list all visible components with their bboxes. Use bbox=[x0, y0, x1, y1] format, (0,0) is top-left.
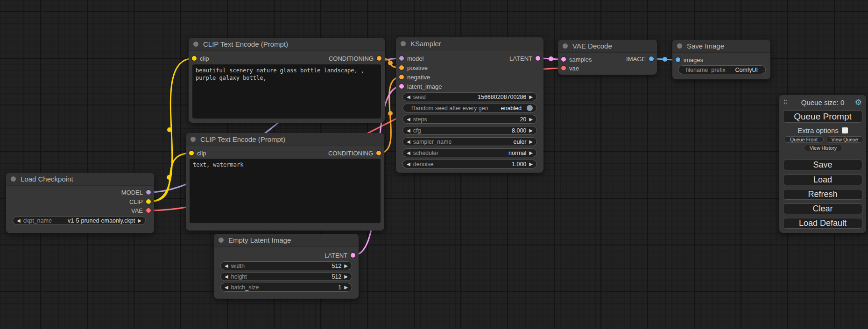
collapse-dot-icon[interactable] bbox=[677, 43, 682, 49]
toggle-knob[interactable] bbox=[527, 105, 533, 111]
input-label: samples bbox=[569, 56, 592, 63]
view-queue-button[interactable]: View Queue bbox=[826, 136, 863, 143]
ckpt-name-widget[interactable]: ◀ ckpt_name v1-5-pruned-emaonly.ckpt ▶ bbox=[13, 216, 146, 225]
output-socket-clip[interactable] bbox=[146, 199, 151, 204]
drag-handle-icon[interactable] bbox=[783, 99, 787, 105]
node-title-bar[interactable]: Load Checkpoint bbox=[6, 173, 154, 186]
node-clip-text-encode-positive[interactable]: CLIP Text Encode (Prompt) clip CONDITION… bbox=[189, 38, 385, 123]
widget-value: ComfyUI bbox=[735, 67, 758, 73]
collapse-dot-icon[interactable] bbox=[193, 42, 198, 47]
widget-label: Random seed after every gen bbox=[411, 105, 488, 112]
collapse-dot-icon[interactable] bbox=[219, 238, 224, 243]
increment-arrow-icon[interactable]: ▶ bbox=[344, 264, 348, 268]
node-ksampler[interactable]: KSampler model positive negative latent_… bbox=[396, 37, 543, 173]
node-title-bar[interactable]: KSampler bbox=[396, 37, 543, 50]
seed-widget[interactable]: ◀ seed 156680208700286 ▶ bbox=[402, 92, 537, 101]
load-button[interactable]: Load bbox=[783, 175, 862, 185]
width-widget[interactable]: ◀ width 512 ▶ bbox=[220, 261, 352, 270]
decrement-arrow-icon[interactable]: ◀ bbox=[225, 264, 228, 268]
gear-icon[interactable]: ⚙ bbox=[855, 98, 862, 107]
input-socket-images[interactable] bbox=[676, 57, 680, 62]
decrement-arrow-icon[interactable]: ◀ bbox=[407, 140, 410, 144]
output-socket-model[interactable] bbox=[146, 190, 151, 195]
node-title: Empty Latent Image bbox=[228, 236, 291, 244]
node-graph-canvas[interactable]: Load Checkpoint MODEL CLIP VAE ◀ ckpt_na… bbox=[0, 0, 868, 329]
input-socket-clip[interactable] bbox=[189, 151, 194, 155]
collapse-dot-icon[interactable] bbox=[401, 41, 406, 46]
extra-options-label: Extra options bbox=[797, 126, 839, 134]
input-socket-negative[interactable] bbox=[399, 75, 404, 79]
node-clip-text-encode-negative[interactable]: CLIP Text Encode (Prompt) clip CONDITION… bbox=[186, 133, 384, 231]
height-widget[interactable]: ◀ height 512 ▶ bbox=[220, 272, 352, 281]
decrement-arrow-icon[interactable]: ◀ bbox=[225, 274, 228, 279]
node-title-bar[interactable]: CLIP Text Encode (Prompt) bbox=[189, 38, 385, 51]
link-midpoint-dot bbox=[167, 127, 172, 132]
decrement-arrow-icon[interactable]: ◀ bbox=[407, 117, 410, 122]
view-history-button[interactable]: View History bbox=[804, 145, 843, 151]
scheduler-widget[interactable]: ◀ scheduler normal ▶ bbox=[402, 148, 537, 157]
node-save-image[interactable]: Save Image images filename_prefix ComfyU… bbox=[672, 40, 770, 79]
input-socket-samples[interactable] bbox=[561, 57, 566, 62]
steps-widget[interactable]: ◀ steps 20 ▶ bbox=[402, 115, 537, 124]
clear-button[interactable]: Clear bbox=[783, 203, 862, 214]
output-socket-image[interactable] bbox=[649, 56, 654, 61]
queue-panel[interactable]: Queue size: 0 ⚙ Queue Prompt Extra optio… bbox=[779, 95, 866, 233]
batch-size-widget[interactable]: ◀ batch_size 1 ▶ bbox=[220, 283, 352, 292]
node-load-checkpoint[interactable]: Load Checkpoint MODEL CLIP VAE ◀ ckpt_na… bbox=[6, 173, 154, 233]
decrement-arrow-icon[interactable]: ◀ bbox=[407, 151, 410, 155]
input-socket-clip[interactable] bbox=[192, 56, 197, 61]
collapse-dot-icon[interactable] bbox=[563, 43, 568, 49]
node-title-bar[interactable]: CLIP Text Encode (Prompt) bbox=[186, 133, 384, 146]
random-seed-toggle-widget[interactable]: Random seed after every gen enabled bbox=[402, 104, 537, 112]
decrement-arrow-icon[interactable]: ◀ bbox=[407, 95, 410, 99]
load-default-button[interactable]: Load Default bbox=[783, 218, 862, 229]
save-button[interactable]: Save bbox=[783, 160, 862, 170]
output-socket-vae[interactable] bbox=[146, 208, 151, 213]
cfg-widget[interactable]: ◀ cfg 8.000 ▶ bbox=[402, 126, 537, 135]
sampler-name-widget[interactable]: ◀ sampler_name euler ▶ bbox=[402, 137, 537, 146]
decrement-arrow-icon[interactable]: ◀ bbox=[407, 162, 410, 167]
increment-arrow-icon[interactable]: ▶ bbox=[138, 218, 141, 223]
prompt-textarea[interactable]: beautiful scenery nature glass bottle la… bbox=[192, 64, 381, 119]
collapse-dot-icon[interactable] bbox=[11, 176, 16, 182]
queue-front-button[interactable]: Queue Front bbox=[784, 136, 824, 143]
increment-arrow-icon[interactable]: ▶ bbox=[344, 285, 348, 290]
node-title-bar[interactable]: Save Image bbox=[672, 40, 770, 53]
collapse-dot-icon[interactable] bbox=[191, 137, 196, 142]
input-label: latent_image bbox=[407, 83, 442, 90]
widget-value: 1.000 bbox=[512, 161, 526, 168]
output-socket-latent[interactable] bbox=[351, 253, 355, 258]
node-title-bar[interactable]: Empty Latent Image bbox=[214, 234, 359, 247]
widget-label: scheduler bbox=[413, 150, 438, 156]
refresh-button[interactable]: Refresh bbox=[783, 189, 862, 200]
decrement-arrow-icon[interactable]: ◀ bbox=[225, 285, 228, 290]
input-socket-positive[interactable] bbox=[399, 65, 404, 70]
widget-label: batch_size bbox=[231, 284, 259, 291]
decrement-arrow-icon[interactable]: ◀ bbox=[17, 218, 21, 223]
link-midpoint-dot bbox=[388, 111, 393, 116]
filename-prefix-widget[interactable]: filename_prefix ComfyUI bbox=[678, 65, 766, 74]
output-socket-conditioning[interactable] bbox=[377, 56, 381, 61]
widget-label: cfg bbox=[413, 127, 421, 134]
increment-arrow-icon[interactable]: ▶ bbox=[529, 162, 533, 167]
output-socket-conditioning[interactable] bbox=[376, 151, 381, 155]
increment-arrow-icon[interactable]: ▶ bbox=[529, 117, 533, 122]
denoise-widget[interactable]: ◀ denoise 1.000 ▶ bbox=[402, 160, 537, 168]
increment-arrow-icon[interactable]: ▶ bbox=[529, 95, 533, 99]
queue-prompt-button[interactable]: Queue Prompt bbox=[783, 110, 862, 123]
input-socket-vae[interactable] bbox=[561, 66, 566, 70]
prompt-textarea[interactable]: text, watermark bbox=[190, 159, 381, 223]
input-label: model bbox=[407, 55, 423, 62]
input-socket-latent-image[interactable] bbox=[399, 84, 404, 89]
input-socket-model[interactable] bbox=[399, 56, 404, 61]
output-socket-latent[interactable] bbox=[536, 56, 540, 61]
increment-arrow-icon[interactable]: ▶ bbox=[529, 140, 533, 144]
increment-arrow-icon[interactable]: ▶ bbox=[344, 274, 348, 279]
node-vae-decode[interactable]: VAE Decode samples vae IMAGE bbox=[558, 40, 657, 75]
increment-arrow-icon[interactable]: ▶ bbox=[529, 151, 533, 155]
node-empty-latent-image[interactable]: Empty Latent Image LATENT ◀ width 512 ▶ … bbox=[214, 234, 359, 299]
decrement-arrow-icon[interactable]: ◀ bbox=[407, 128, 410, 133]
extra-options-checkbox[interactable] bbox=[842, 127, 848, 133]
node-title-bar[interactable]: VAE Decode bbox=[558, 40, 657, 53]
increment-arrow-icon[interactable]: ▶ bbox=[529, 128, 533, 133]
